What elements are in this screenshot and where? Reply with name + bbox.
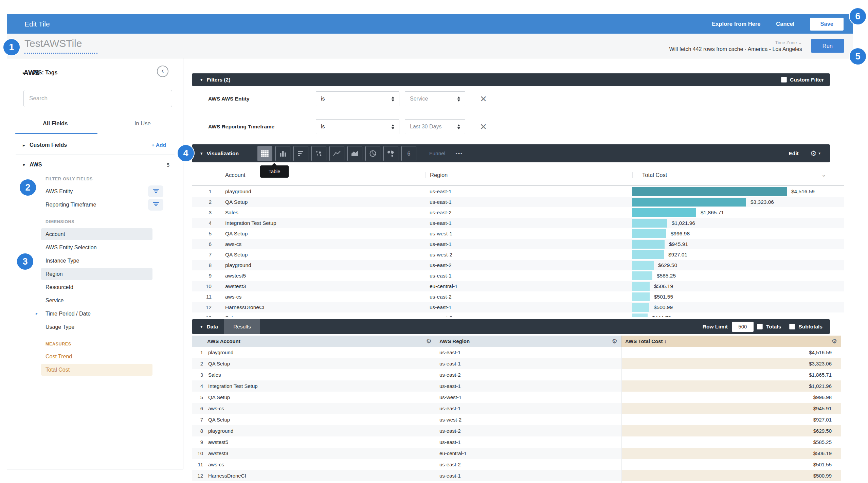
table-row[interactable]: 9awstest5us-east-1$585.25 xyxy=(192,436,841,448)
table-row[interactable]: 2QA Setupus-east-1$3,323.06 xyxy=(192,358,841,369)
add-custom-field-button[interactable]: + Add xyxy=(151,142,166,148)
tile-name-input[interactable]: TestAWSTile xyxy=(24,38,82,49)
viz-type-single-value-icon[interactable]: 6 xyxy=(401,146,416,161)
sidebar-item-time-period-date[interactable]: ▸Time Period / Date xyxy=(7,307,183,320)
more-viz-types-button[interactable]: ••• xyxy=(455,150,463,156)
results-tab[interactable]: Results xyxy=(224,319,260,334)
filter-by-field-button[interactable] xyxy=(148,199,163,211)
sidebar-item-cost-trend[interactable]: Cost Trend xyxy=(7,350,183,363)
table-row[interactable]: 12HarnessDroneCIus-east-1$500.99 xyxy=(192,302,844,312)
totals-checkbox[interactable] xyxy=(757,324,763,329)
timezone-dropdown[interactable]: Time Zone ⌄ xyxy=(669,40,802,45)
filter-operator-select[interactable]: is xyxy=(316,91,399,106)
column-menu-chevron-icon[interactable]: ⌄ xyxy=(821,171,826,178)
explore-from-here-button[interactable]: Explore from Here xyxy=(712,21,760,27)
subtotals-checkbox[interactable] xyxy=(789,324,795,329)
viz-type-table-icon[interactable] xyxy=(257,146,272,161)
save-button[interactable]: Save xyxy=(810,18,844,31)
table-row[interactable]: 8playgroundus-east-2$629.50 xyxy=(192,260,844,270)
table-row[interactable]: 12HarnessDroneCIus-east-1$500.99 xyxy=(192,470,841,481)
remove-filter-button[interactable]: ✕ xyxy=(480,91,487,106)
custom-filter-toggle[interactable]: Custom Filter xyxy=(781,77,824,83)
gear-icon[interactable]: ⚙ xyxy=(832,338,837,345)
viz-edit-button[interactable]: Edit xyxy=(789,150,798,157)
viz-type-pie-chart-icon[interactable] xyxy=(365,146,380,161)
search-input[interactable] xyxy=(23,90,172,107)
viz-type-map-icon[interactable] xyxy=(383,146,398,161)
cell-aws-total-cost: $1,021.96 xyxy=(621,380,841,392)
data-header-aws-region[interactable]: AWS Region ⚙ xyxy=(436,336,621,347)
table-row[interactable]: 11aws-csus-east-2$501.55 xyxy=(192,459,841,470)
table-row[interactable]: 7QA Setupus-west-2$927.01 xyxy=(192,414,841,425)
viz-header-total-cost[interactable]: Total Cost xyxy=(632,172,844,178)
remove-filter-button[interactable]: ✕ xyxy=(480,119,487,134)
sidebar-item-resourceid[interactable]: ResourceId xyxy=(7,281,183,294)
viz-type-column-chart-icon[interactable] xyxy=(275,146,290,161)
table-row[interactable]: 6aws-csus-east-1$945.91 xyxy=(192,403,841,414)
viz-type-bar-chart-icon[interactable] xyxy=(293,146,308,161)
sidebar-item-reporting-timeframe[interactable]: Reporting Timeframe xyxy=(7,198,183,211)
custom-filter-checkbox[interactable] xyxy=(781,77,787,83)
filter-by-field-button[interactable] xyxy=(148,185,163,197)
run-button[interactable]: Run xyxy=(811,39,844,53)
filter-rows: AWS AWS EntityisService✕AWS Reporting Ti… xyxy=(192,86,830,144)
collapse-sidebar-button[interactable]: ‹ xyxy=(157,66,168,77)
gear-icon[interactable]: ⚙ xyxy=(612,338,617,345)
data-section-bar[interactable]: ▾ Data Results Row Limit Totals Subtotal… xyxy=(192,319,830,334)
cell-account: Sales xyxy=(216,210,425,216)
tab-all-fields[interactable]: All Fields xyxy=(43,120,68,127)
table-row[interactable]: 11aws-csus-east-2$501.55 xyxy=(192,291,844,302)
cell-account: awstest5 xyxy=(216,273,425,279)
table-row[interactable]: 1playgroundus-east-1$4,516.59 xyxy=(192,347,841,358)
sidebar-item-aws-entity-selection[interactable]: AWS Entity Selection xyxy=(7,241,183,254)
viz-type-area-chart-icon[interactable] xyxy=(347,146,362,161)
row-number-column-header xyxy=(192,164,216,185)
table-row[interactable]: 8playgroundus-east-2$629.50 xyxy=(192,425,841,436)
table-row[interactable]: 13Salesus-west-2$444.79 xyxy=(192,481,841,483)
filter-value-select[interactable]: Last 30 Days xyxy=(405,119,465,134)
table-row[interactable]: 13Salesus-west-2$444.79 xyxy=(192,312,844,317)
table-row[interactable]: 10awstest3eu-central-1$506.19 xyxy=(192,448,841,459)
visualization-section-bar[interactable]: ▾ Visualization 6 Funnel ••• Edit ⚙▾ xyxy=(192,144,830,162)
table-row[interactable]: 1playgroundus-east-1$4,516.59 xyxy=(192,186,844,197)
custom-fields-row[interactable]: ▸ Custom Fields + Add xyxy=(7,138,183,152)
visualization-section-title: Visualization xyxy=(207,150,239,157)
filter-icon xyxy=(152,198,159,211)
filter-operator-select[interactable]: is xyxy=(316,119,399,134)
sidebar-item-region[interactable]: Region xyxy=(7,267,183,281)
filters-section-bar[interactable]: ▾ Filters (2) Custom Filter xyxy=(192,73,830,86)
sidebar-item-service[interactable]: Service xyxy=(7,294,183,307)
table-row[interactable]: 10awstest3eu-central-1$506.19 xyxy=(192,281,844,291)
tab-in-use[interactable]: In Use xyxy=(134,120,151,127)
sidebar-item-account[interactable]: Account xyxy=(7,228,183,241)
table-row[interactable]: 6aws-csus-east-1$945.91 xyxy=(192,239,844,249)
gear-icon[interactable]: ⚙ xyxy=(426,338,432,345)
table-row[interactable]: 7QA Setupus-west-2$927.01 xyxy=(192,249,844,260)
aws-group-row[interactable]: ▾ AWS 5 xyxy=(7,158,183,172)
data-header-aws-account[interactable]: AWS Account ⚙ xyxy=(192,336,436,347)
table-row[interactable]: 5QA Setupus-west-1$996.98 xyxy=(192,228,844,239)
filter-value-select[interactable]: Service xyxy=(405,91,465,106)
table-row[interactable]: 4Integration Test Setupus-east-1$1,021.9… xyxy=(192,218,844,228)
sidebar-item-usage-type[interactable]: Usage Type xyxy=(7,320,183,334)
viz-type-scatter-plot-icon[interactable] xyxy=(311,146,326,161)
viz-header-account[interactable]: Account xyxy=(216,172,425,178)
viz-type-line-chart-icon[interactable] xyxy=(329,146,344,161)
viz-type-funnel[interactable]: Funnel xyxy=(429,150,445,157)
table-row[interactable]: 4Integration Test Setupus-east-1$1,021.9… xyxy=(192,380,841,392)
cancel-button[interactable]: Cancel xyxy=(776,21,794,27)
total-cost-value: $927.01 xyxy=(668,252,687,258)
viz-settings-button[interactable]: ⚙▾ xyxy=(810,149,820,158)
table-row[interactable]: 9awstest5us-east-1$585.25 xyxy=(192,270,844,281)
data-header-aws-total-cost[interactable]: AWS Total Cost ↓ ⚙ xyxy=(621,336,841,347)
row-number: 11 xyxy=(192,294,216,300)
sidebar-item-total-cost[interactable]: Total Cost xyxy=(7,363,183,376)
table-row[interactable]: 5QA Setupus-west-1$996.98 xyxy=(192,392,841,403)
table-row[interactable]: 3Salesus-east-2$1,865.71 xyxy=(192,369,841,380)
table-tooltip: Table xyxy=(260,165,289,178)
cell-aws-region: us-east-2 xyxy=(436,459,621,470)
viz-header-region[interactable]: Region xyxy=(425,172,632,178)
table-row[interactable]: 3Salesus-east-2$1,865.71 xyxy=(192,207,844,218)
row-limit-input[interactable] xyxy=(732,322,754,332)
table-row[interactable]: 2QA Setupus-east-1$3,323.06 xyxy=(192,197,844,207)
